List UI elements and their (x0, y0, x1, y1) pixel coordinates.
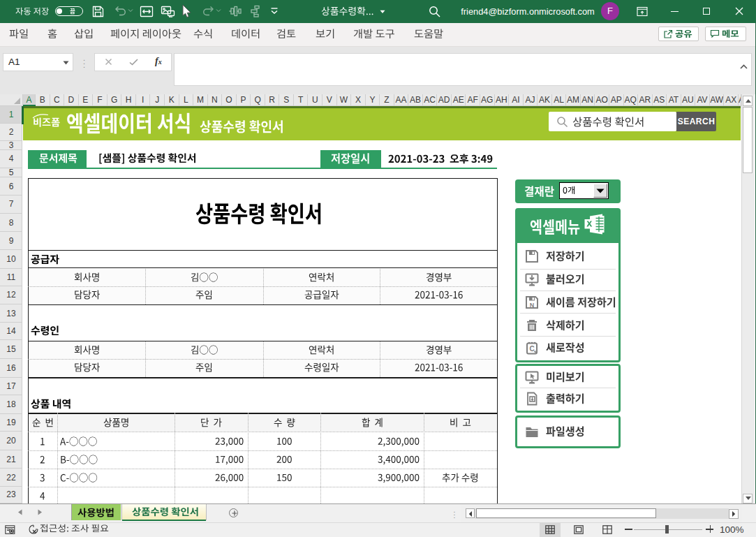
svg-text:N: N (530, 301, 535, 308)
svg-text:C: C (529, 345, 534, 353)
